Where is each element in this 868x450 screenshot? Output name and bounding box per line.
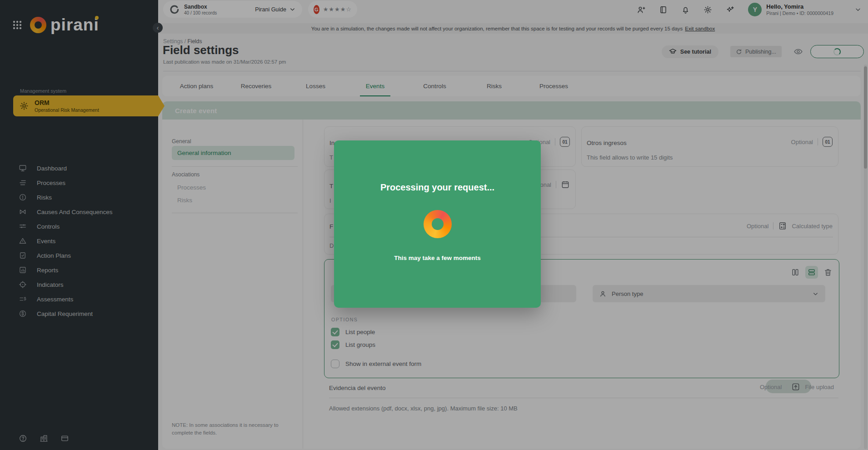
pirani-donut-loader-icon [424,210,452,238]
app-window: pirani ‹ Management system ORM Operation… [0,0,868,450]
processing-modal: Processing your request... This may take… [334,140,541,308]
modal-title: Processing your request... [334,182,541,193]
modal-subtitle: This may take a few moments [334,255,541,261]
